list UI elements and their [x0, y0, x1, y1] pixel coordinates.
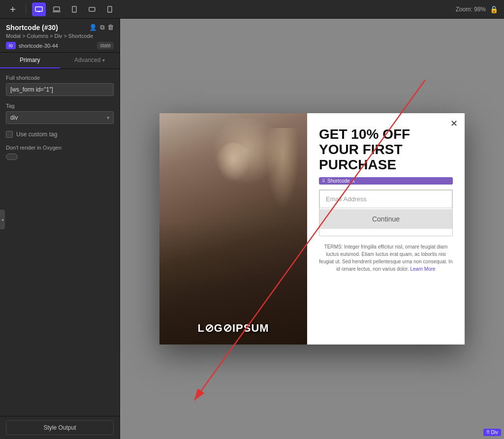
- sidebar-tabs: Primary Advanced ▾: [0, 53, 120, 69]
- copy-icon[interactable]: ⧉: [100, 24, 104, 31]
- sidebar-header: Shortcode (#30) 👤 ⧉ 🗑 Modal > Columns > …: [0, 19, 120, 53]
- dont-render-toggle[interactable]: [6, 154, 18, 160]
- custom-tag-checkbox[interactable]: [6, 131, 13, 138]
- tab-primary[interactable]: Primary: [0, 53, 60, 68]
- custom-tag-label: Use custom tag: [16, 131, 57, 138]
- add-button[interactable]: [6, 2, 20, 16]
- modal-logo: L⊘G⊘IPSUM: [197, 322, 269, 335]
- grid-icon: ⠿: [322, 179, 325, 184]
- modal-image-side: L⊘G⊘IPSUM: [159, 113, 307, 345]
- lock-icon: 🔒: [490, 5, 498, 13]
- tab-advanced[interactable]: Advanced ▾: [60, 53, 120, 68]
- svg-point-10: [94, 9, 94, 9]
- desktop-view-button[interactable]: [32, 2, 46, 16]
- collapse-chevron-icon: ◂: [1, 218, 3, 222]
- badge-chevron-icon: ∧: [352, 179, 355, 184]
- canvas-area: L⊘G⊘IPSUM ✕ GET 10% OFF YOUR FIRST PURCH…: [120, 19, 504, 439]
- modal-headline-line2: YOUR FIRST PURCHASE: [319, 142, 453, 173]
- landscape-view-button[interactable]: [85, 2, 99, 16]
- modal-close-button[interactable]: ✕: [450, 119, 458, 128]
- id-badge: io: [6, 42, 16, 49]
- style-output-button[interactable]: Style Output: [6, 420, 114, 435]
- tag-group: Tag div: [6, 103, 114, 124]
- breadcrumb: Modal > Columns > Div > Shortcode: [6, 33, 114, 39]
- toolbar-separator: [26, 4, 26, 14]
- svg-rect-2: [35, 7, 42, 11]
- tag-label: Tag: [6, 103, 114, 109]
- collapse-handle[interactable]: ◂: [0, 210, 5, 229]
- terms-text: TERMS: Integer fringilla efficitur nisl,…: [319, 243, 453, 273]
- modal-content-side: ✕ GET 10% OFF YOUR FIRST PURCHASE ⠿ Shor…: [307, 113, 465, 345]
- shortcode-badge[interactable]: ⠿ Shortcode ∧: [319, 177, 453, 185]
- full-shortcode-group: Full shortcode: [6, 75, 114, 96]
- shortcode-id: shortcode-30-44: [19, 43, 94, 49]
- main-layout: Shortcode (#30) 👤 ⧉ 🗑 Modal > Columns > …: [0, 19, 504, 439]
- svg-rect-11: [108, 6, 112, 12]
- dont-render-group: Don't render in Oxygen: [6, 145, 114, 160]
- sidebar: Shortcode (#30) 👤 ⧉ 🗑 Modal > Columns > …: [0, 19, 120, 439]
- id-row: io shortcode-30-44 state: [6, 42, 114, 49]
- learn-more-link[interactable]: Learn More: [410, 266, 435, 272]
- svg-rect-5: [54, 7, 60, 11]
- photo-background: [159, 113, 307, 345]
- continue-button[interactable]: Continue: [319, 209, 452, 229]
- delete-icon[interactable]: 🗑: [107, 24, 114, 31]
- laptop-view-button[interactable]: [50, 2, 63, 16]
- svg-point-12: [109, 11, 110, 12]
- div-badge[interactable]: ⠿ Div: [483, 429, 501, 436]
- modal-overlay: L⊘G⊘IPSUM ✕ GET 10% OFF YOUR FIRST PURCH…: [120, 19, 504, 439]
- full-shortcode-input[interactable]: [6, 83, 114, 96]
- sidebar-title-row: Shortcode (#30) 👤 ⧉ 🗑: [6, 24, 114, 31]
- person-icon[interactable]: 👤: [89, 24, 97, 31]
- state-badge: state: [97, 42, 114, 49]
- email-input[interactable]: [319, 190, 452, 208]
- tag-select-wrapper: div: [6, 111, 114, 124]
- chevron-icon: ▾: [102, 58, 105, 63]
- zoom-display: Zoom: 98% 🔒: [456, 5, 498, 13]
- svg-point-8: [74, 11, 74, 11]
- modal-headline: GET 10% OFF YOUR FIRST PURCHASE: [319, 127, 453, 172]
- full-shortcode-label: Full shortcode: [6, 75, 114, 81]
- custom-tag-row: Use custom tag: [6, 131, 114, 138]
- top-toolbar: Zoom: 98% 🔒: [0, 0, 504, 19]
- portrait-view-button[interactable]: [103, 2, 117, 16]
- panel-title-icons: 👤 ⧉ 🗑: [89, 24, 114, 31]
- sidebar-content: Full shortcode Tag div Use custom tag Do…: [0, 69, 120, 416]
- tag-select[interactable]: div: [6, 111, 114, 124]
- panel-title: Shortcode (#30): [6, 24, 58, 31]
- sidebar-footer: Style Output: [0, 416, 120, 439]
- email-form: Continue: [319, 189, 453, 236]
- dont-render-label: Don't render in Oxygen: [6, 145, 114, 151]
- svg-rect-9: [89, 7, 95, 11]
- modal-container: L⊘G⊘IPSUM ✕ GET 10% OFF YOUR FIRST PURCH…: [159, 113, 465, 345]
- tablet-view-button[interactable]: [67, 2, 81, 16]
- modal-headline-line1: GET 10% OFF: [319, 127, 453, 142]
